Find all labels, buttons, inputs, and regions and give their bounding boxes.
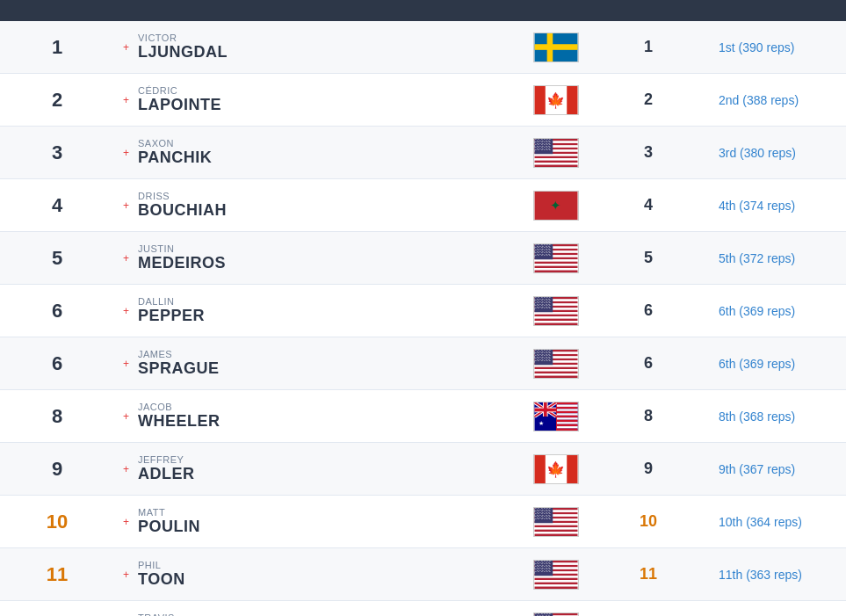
svg-rect-84 (535, 268, 578, 270)
last-name: PANCHIK (138, 149, 212, 167)
rank-cell: 1 (0, 27, 114, 68)
svg-rect-19 (535, 164, 578, 166)
name-cell: + DRISS BOUCHIAH (114, 182, 521, 228)
rank-cell: 9 (0, 449, 114, 489)
svg-rect-208 (535, 365, 578, 366)
table-row: 6 + JAMES SPRAGUE ★★★★★★★★★★★★★★★★★★★★★★… (0, 337, 846, 390)
svg-rect-366 (535, 576, 578, 577)
rank-cell: 3 (0, 133, 114, 173)
svg-rect-274 (556, 419, 577, 421)
svg-text:★: ★ (539, 420, 544, 426)
result-cell: 5th (372 reps) (705, 243, 846, 274)
svg-rect-267 (556, 404, 577, 406)
expand-icon[interactable]: + (123, 569, 129, 581)
name-cell: + JACOB WHEELER (114, 393, 521, 439)
expand-icon[interactable]: + (123, 516, 129, 528)
name-block: CÉDRIC LAPOINTE (138, 85, 221, 114)
flag-cell: ★★★★★★★★★★★★★★★★★★★★★★★★★★★★★★★★★★★★★★★★… (521, 498, 591, 546)
table-body: 1 + VICTOR LJUNGDAL 1 1st (390 reps) 2 +… (0, 21, 846, 616)
rank-cell: 4 (0, 185, 114, 226)
last-name: LJUNGDAL (138, 43, 228, 62)
name-block: SAXON PANCHIK (138, 138, 212, 167)
name-block: MATT POULIN (138, 507, 200, 536)
last-name: WHEELER (138, 412, 221, 431)
svg-rect-85 (535, 270, 578, 272)
first-name: DRISS (138, 191, 227, 201)
name-cell: + MATT POULIN (114, 498, 521, 545)
flag-cell: ★★★★★★★★★★★★★★★★★★★★★★★★★★★★★★★★★★★★★★★★… (521, 129, 591, 177)
svg-rect-15 (535, 156, 578, 157)
name-cell: + DALLIN PEPPER (114, 287, 521, 334)
flag-cell: ★★★★★★★★★★★★★★★★★★★★★★★★★★★★★★★★★★★★★★★★… (521, 551, 591, 598)
last-name: ADLER (138, 465, 195, 483)
first-name: PHIL (138, 560, 185, 570)
flag-cell: 🍁 (521, 446, 591, 493)
svg-rect-303 (535, 525, 578, 526)
svg-rect-148 (535, 321, 578, 322)
svg-rect-82 (535, 264, 578, 265)
flag-cell: ★ (521, 393, 591, 440)
expand-icon[interactable]: + (123, 147, 129, 159)
rank-cell: 11 (0, 607, 114, 617)
rank-cell: 11 (0, 554, 114, 595)
name-block: JAMES SPRAGUE (138, 349, 220, 378)
svg-rect-367 (535, 577, 578, 579)
first-name: MATT (138, 507, 200, 518)
points-cell: 6 (591, 293, 705, 329)
svg-rect-292 (535, 455, 546, 483)
first-name: VICTOR (138, 33, 228, 43)
expand-icon[interactable]: + (123, 410, 129, 423)
name-block: JUSTIN MEDEIROS (138, 243, 226, 272)
table-row: 1 + VICTOR LJUNGDAL 1 1st (390 reps) (0, 21, 846, 74)
svg-rect-268 (556, 406, 577, 408)
svg-rect-16 (535, 158, 578, 160)
svg-rect-277 (556, 426, 577, 428)
points-cell: 11 (591, 609, 705, 616)
svg-rect-289 (535, 408, 556, 411)
expand-icon[interactable]: + (123, 358, 129, 370)
svg-rect-369 (535, 582, 578, 583)
first-name: JUSTIN (138, 243, 226, 254)
result-cell: 2nd (388 reps) (705, 84, 846, 116)
result-cell: 8th (368 reps) (705, 401, 846, 432)
last-name: SPRAGUE (138, 359, 220, 378)
table-row: 6 + DALLIN PEPPER ★★★★★★★★★★★★★★★★★★★★★★… (0, 285, 846, 337)
name-cell: + PHIL TOON (114, 551, 521, 598)
svg-rect-210 (535, 369, 578, 371)
name-cell: + TRAVIS MEAD (114, 604, 521, 616)
first-name: SAXON (138, 138, 212, 149)
svg-rect-209 (535, 366, 578, 368)
expand-icon[interactable]: + (123, 41, 129, 54)
svg-rect-145 (535, 314, 578, 315)
name-block: VICTOR LJUNGDAL (138, 33, 228, 62)
expand-icon[interactable]: + (123, 463, 129, 475)
svg-rect-2 (535, 44, 578, 50)
first-name: JAMES (138, 349, 220, 359)
flag-cell: ★★★★★★★★★★★★★★★★★★★★★★★★★★★★★★★★★★★★★★★★… (521, 287, 591, 335)
last-name: TOON (138, 570, 185, 589)
svg-rect-371 (535, 586, 578, 588)
points-cell: 4 (591, 187, 705, 223)
svg-rect-81 (535, 261, 578, 263)
result-cell: 11th (363 reps) (705, 612, 846, 617)
result-cell: 4th (374 reps) (705, 190, 846, 221)
svg-rect-368 (535, 580, 578, 582)
expand-icon[interactable]: + (123, 199, 129, 212)
points-cell: 6 (591, 345, 705, 381)
svg-rect-307 (535, 533, 578, 535)
svg-rect-80 (535, 259, 578, 261)
svg-rect-147 (535, 318, 578, 320)
points-cell: 1 (591, 29, 705, 65)
rank-cell: 2 (0, 80, 114, 120)
svg-rect-270 (556, 410, 577, 412)
table-header (0, 0, 846, 21)
last-name: LAPOINTE (138, 96, 221, 114)
svg-rect-269 (556, 409, 577, 410)
svg-text:✦: ✦ (551, 197, 562, 212)
expand-icon[interactable]: + (123, 94, 129, 106)
svg-rect-276 (556, 424, 577, 425)
table-row: 8 + JACOB WHEELER ★ 8 8th (368 r (0, 390, 846, 443)
expand-icon[interactable]: + (123, 252, 129, 265)
expand-icon[interactable]: + (123, 305, 129, 317)
points-cell: 2 (591, 82, 705, 118)
